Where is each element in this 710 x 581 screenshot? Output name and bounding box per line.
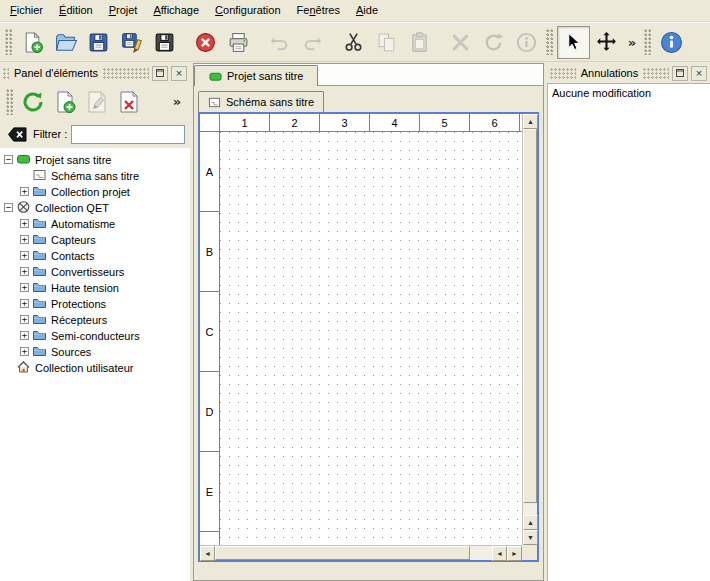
float-undo-panel-button[interactable] [672, 66, 688, 81]
paste-button[interactable] [403, 26, 436, 59]
expand-icon[interactable]: + [20, 283, 29, 292]
tree-item-schema-sans-titre[interactable]: Schéma sans titre [0, 167, 190, 183]
expand-icon[interactable]: + [20, 187, 29, 196]
menu-projet[interactable]: Projet [101, 1, 146, 20]
collapse-icon[interactable]: − [4, 155, 13, 164]
folder-icon [32, 264, 47, 278]
delete-button[interactable] [444, 26, 477, 59]
panel-overflow-button[interactable]: » [168, 87, 186, 117]
menu-fichier[interactable]: Fichier [2, 1, 51, 20]
panel-overflow-icon: » [169, 90, 185, 114]
elements-panel-titlebar[interactable]: Panel d'éléments × [0, 63, 190, 83]
toolbar-handle[interactable] [5, 29, 13, 55]
tree-item-protections[interactable]: +Protections [0, 295, 190, 311]
horizontal-scroll-thumb[interactable] [215, 546, 470, 560]
vertical-scroll-track[interactable] [523, 129, 537, 515]
folder-icon [32, 344, 47, 358]
expand-icon[interactable]: + [20, 347, 29, 356]
new-document-button[interactable] [16, 26, 49, 59]
open-icon [54, 31, 77, 54]
diagram-tab[interactable]: Schéma sans titre [198, 91, 324, 112]
row-label: D [200, 372, 219, 452]
paste-icon [408, 31, 431, 54]
menu-fenetres[interactable]: Fenêtres [289, 1, 348, 20]
tree-item-collection-qet[interactable]: −Collection QET [0, 199, 190, 215]
scroll-right-button[interactable]: ► [507, 546, 522, 561]
expand-icon[interactable]: + [20, 251, 29, 260]
expand-icon[interactable]: + [20, 315, 29, 324]
expand-icon[interactable]: + [20, 219, 29, 228]
rotate-button[interactable] [477, 26, 510, 59]
column-label: 3 [320, 114, 370, 131]
redo-button[interactable] [296, 26, 329, 59]
redo-icon [301, 31, 324, 54]
expand-icon[interactable]: + [20, 267, 29, 276]
menu-affichage[interactable]: Affichage [145, 1, 207, 20]
diagram-canvas[interactable] [220, 132, 522, 545]
new-element-button[interactable] [50, 87, 80, 117]
tree-item-sources[interactable]: +Sources [0, 343, 190, 359]
tree-item-automatisme[interactable]: +Automatisme [0, 215, 190, 231]
close-file-button[interactable] [189, 26, 222, 59]
tree-item-contacts[interactable]: +Contacts [0, 247, 190, 263]
column-label: 2 [270, 114, 320, 131]
tree-item-collection-utilisateur[interactable]: Collection utilisateur [0, 359, 190, 375]
diagram-view: 123456 ABCDE ▲ ▲ ▼ ◄ [198, 112, 539, 562]
tree-item-capteurs[interactable]: +Capteurs [0, 231, 190, 247]
save-all-button[interactable] [148, 26, 181, 59]
undo-panel-titlebar[interactable]: Annulations × [547, 63, 710, 83]
copy-button[interactable] [370, 26, 403, 59]
tree-item-haute-tension[interactable]: +Haute tension [0, 279, 190, 295]
toolbar-overflow-button[interactable]: » [623, 26, 641, 59]
elements-panel: Panel d'éléments × » Filtrer : −Projet s… [0, 63, 190, 581]
reload-collections-icon [21, 90, 45, 114]
project-tab[interactable]: Projet sans titre [194, 65, 318, 86]
print-button[interactable] [222, 26, 255, 59]
undo-list[interactable]: Aucune modification [547, 83, 710, 581]
tree-item-recepteurs[interactable]: +Récepteurs [0, 311, 190, 327]
vertical-scroll-thumb[interactable] [523, 129, 537, 503]
undo-empty-text: Aucune modification [548, 84, 710, 102]
tree-item-collection-projet[interactable]: +Collection projet [0, 183, 190, 199]
menu-configuration[interactable]: Configuration [207, 1, 288, 20]
info-button[interactable] [510, 26, 543, 59]
horizontal-scrollbar[interactable]: ◄ ◄ ► [200, 545, 522, 560]
expand-icon[interactable]: + [20, 235, 29, 244]
save-as-button[interactable] [115, 26, 148, 59]
float-elements-panel-button[interactable] [152, 66, 168, 81]
close-undo-panel-button[interactable]: × [691, 66, 707, 81]
tree-item-semi-conducteurs[interactable]: +Semi-conducteurs [0, 327, 190, 343]
delete-element-button[interactable] [114, 87, 144, 117]
move-tool-button[interactable] [590, 26, 623, 59]
open-button[interactable] [49, 26, 82, 59]
clear-filter-button[interactable] [5, 124, 29, 144]
filter-input[interactable] [71, 125, 185, 144]
toolbar-handle[interactable] [644, 29, 652, 55]
expand-icon[interactable]: + [20, 331, 29, 340]
select-tool-button[interactable] [557, 26, 590, 59]
toolbar-handle[interactable] [546, 29, 554, 55]
project-icon [16, 152, 31, 166]
save-button[interactable] [82, 26, 115, 59]
cut-button[interactable] [337, 26, 370, 59]
expand-icon[interactable]: + [20, 299, 29, 308]
vertical-scrollbar[interactable]: ▲ ▲ ▼ [522, 114, 537, 545]
about-button[interactable] [655, 26, 688, 59]
scroll-left-button[interactable]: ◄ [200, 546, 215, 561]
scroll-up-button-alt[interactable]: ▲ [523, 515, 538, 530]
column-label: 4 [370, 114, 420, 131]
menu-edition[interactable]: Édition [51, 1, 101, 20]
collapse-icon[interactable]: − [4, 203, 13, 212]
menu-aide[interactable]: Aide [348, 1, 386, 20]
tree-item-convertisseurs[interactable]: +Convertisseurs [0, 263, 190, 279]
toolbar-handle[interactable] [6, 89, 14, 115]
tree-item-projet-sans-titre[interactable]: −Projet sans titre [0, 151, 190, 167]
undo-button[interactable] [263, 26, 296, 59]
scroll-up-button[interactable]: ▲ [523, 114, 538, 129]
horizontal-scroll-track[interactable] [215, 546, 492, 560]
close-elements-panel-button[interactable]: × [171, 66, 187, 81]
reload-collections-button[interactable] [18, 87, 48, 117]
scroll-left-button-alt[interactable]: ◄ [492, 546, 507, 561]
edit-element-button[interactable] [82, 87, 112, 117]
scroll-down-button[interactable]: ▼ [523, 530, 538, 545]
